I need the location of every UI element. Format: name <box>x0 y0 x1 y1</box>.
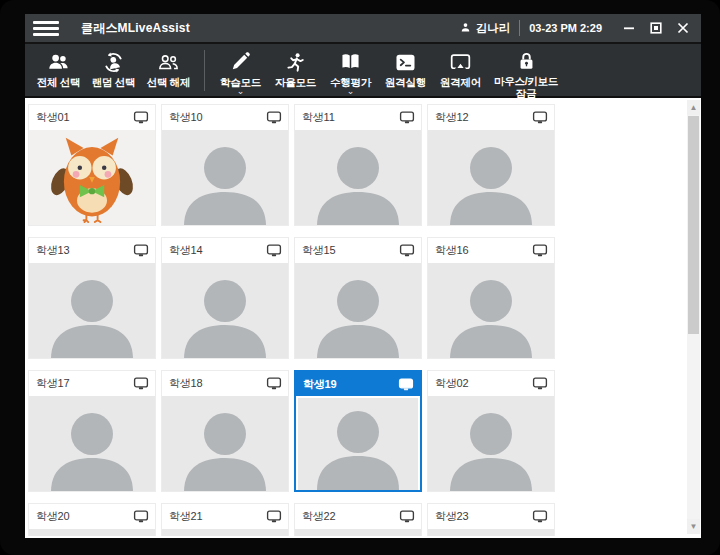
close-button[interactable] <box>673 18 693 38</box>
student-name: 학생23 <box>435 509 468 524</box>
monitor-icon <box>532 111 548 124</box>
menu-icon[interactable] <box>33 18 59 38</box>
student-name: 학생11 <box>302 110 335 125</box>
runner-icon <box>283 50 308 74</box>
person-icon <box>459 21 472 36</box>
titlebar-divider <box>519 20 520 36</box>
chevron-down-icon: ⌄ <box>237 88 245 95</box>
toolbar-button-learning-mode[interactable]: 학습모드⌄ <box>213 47 268 95</box>
student-tile-header: 학생21 <box>162 504 288 529</box>
toolbar-group-divider <box>204 50 205 91</box>
student-name: 학생02 <box>435 376 468 391</box>
maximize-button[interactable] <box>646 18 666 38</box>
student-name: 학생19 <box>303 377 336 392</box>
toolbar-button-free-mode[interactable]: 자율모드 <box>268 47 323 95</box>
student-tile-header: 학생19 <box>296 372 420 396</box>
chevron-down-icon: ⌄ <box>347 88 355 95</box>
toolbar-button-label: 원격제어 <box>440 76 481 88</box>
student-tile-14[interactable]: 학생21 <box>161 503 289 536</box>
student-tile-header: 학생11 <box>295 105 421 130</box>
student-name: 학생15 <box>302 243 335 258</box>
student-tile-9[interactable]: 학생17 <box>28 370 156 492</box>
student-name: 학생18 <box>169 376 202 391</box>
datetime-label: 03-23 PM 2:29 <box>529 22 602 34</box>
student-avatar <box>29 263 155 359</box>
student-name: 학생20 <box>36 509 69 524</box>
toolbar-button-deselect[interactable]: 선택 해제 <box>141 47 196 95</box>
student-tile-3[interactable]: 학생11 <box>294 104 422 226</box>
student-tile-header: 학생22 <box>295 504 421 529</box>
student-name: 학생16 <box>435 243 468 258</box>
student-avatar <box>162 396 288 492</box>
monitor-icon <box>266 111 282 124</box>
user-account[interactable]: 김나리 <box>459 21 511 36</box>
monitor-icon <box>133 377 149 390</box>
student-tile-15[interactable]: 학생22 <box>294 503 422 536</box>
monitor-icon <box>266 244 282 257</box>
scroll-up-icon[interactable]: ▲ <box>687 100 700 115</box>
student-tile-header: 학생14 <box>162 238 288 263</box>
terminal-icon <box>393 50 418 74</box>
person-refresh-icon <box>101 50 126 74</box>
toolbar-button-remote-control[interactable]: 원격제어 <box>433 47 488 95</box>
student-avatar <box>162 130 288 226</box>
titlebar: 클래스MLiveAssist 김나리 03-23 PM 2:29 <box>25 14 701 44</box>
student-avatar <box>428 130 554 226</box>
toolbar-button-remote-execute[interactable]: 원격실행 <box>378 47 433 95</box>
student-name: 학생13 <box>36 243 69 258</box>
toolbar-button-mouse-keyboard-lock[interactable]: 마우스/키보드 잠금 <box>488 47 564 95</box>
student-avatar <box>162 529 288 536</box>
pencil-icon <box>228 50 253 74</box>
student-avatar <box>428 529 554 536</box>
owl-avatar <box>29 130 155 226</box>
toolbar-button-label: 원격실행 <box>385 76 426 88</box>
student-avatar <box>29 529 155 536</box>
student-name: 학생12 <box>435 110 468 125</box>
display-cast-icon <box>448 50 473 74</box>
student-tile-header: 학생13 <box>29 238 155 263</box>
app-window: 클래스MLiveAssist 김나리 03-23 PM 2:29 <box>25 14 701 538</box>
student-grid: 학생01 학생10 학생11 학생12 <box>28 104 555 536</box>
student-tile-header: 학생01 <box>29 105 155 130</box>
scrollbar-thumb[interactable] <box>688 116 699 334</box>
student-tile-4[interactable]: 학생12 <box>427 104 555 226</box>
monitor-icon <box>399 244 415 257</box>
student-tile-13[interactable]: 학생20 <box>28 503 156 536</box>
screen-background: 클래스MLiveAssist 김나리 03-23 PM 2:29 <box>0 0 720 555</box>
student-avatar <box>428 396 554 492</box>
student-tile-header: 학생20 <box>29 504 155 529</box>
student-tile-2[interactable]: 학생10 <box>161 104 289 226</box>
student-avatar <box>428 263 554 359</box>
user-name: 김나리 <box>476 21 511 36</box>
student-tile-6[interactable]: 학생14 <box>161 237 289 359</box>
student-name: 학생10 <box>169 110 202 125</box>
toolbar-button-performance-assessment[interactable]: 수행평가⌄ <box>323 47 378 95</box>
toolbar-button-random-select[interactable]: 랜덤 선택 <box>86 47 141 95</box>
monitor-icon <box>399 111 415 124</box>
student-tile-12[interactable]: 학생02 <box>427 370 555 492</box>
toolbar-button-select-all[interactable]: 전체 선택 <box>31 47 86 95</box>
student-tile-16[interactable]: 학생23 <box>427 503 555 536</box>
scrollbar[interactable]: ▲ ▼ <box>687 100 700 534</box>
student-avatar <box>295 130 421 226</box>
monitor-icon <box>266 377 282 390</box>
student-tile-10[interactable]: 학생18 <box>161 370 289 492</box>
student-tile-7[interactable]: 학생15 <box>294 237 422 359</box>
student-tile-11[interactable]: 학생19 <box>294 370 422 492</box>
padlock-icon <box>514 50 539 73</box>
student-tile-1[interactable]: 학생01 <box>28 104 156 226</box>
monitor-icon <box>532 377 548 390</box>
app-title: 클래스MLiveAssist <box>81 20 190 37</box>
student-tile-5[interactable]: 학생13 <box>28 237 156 359</box>
open-book-icon <box>338 50 363 74</box>
student-tile-header: 학생23 <box>428 504 554 529</box>
student-grid-area: 학생01 학생10 학생11 학생12 <box>25 98 701 536</box>
student-avatar <box>298 398 418 490</box>
toolbar-button-label: 자율모드 <box>275 76 316 88</box>
toolbar-button-label: 랜덤 선택 <box>92 76 135 88</box>
student-tile-header: 학생17 <box>29 371 155 396</box>
scroll-down-icon[interactable]: ▼ <box>687 519 700 534</box>
student-tile-8[interactable]: 학생16 <box>427 237 555 359</box>
minimize-button[interactable] <box>619 18 639 38</box>
student-avatar <box>295 263 421 359</box>
